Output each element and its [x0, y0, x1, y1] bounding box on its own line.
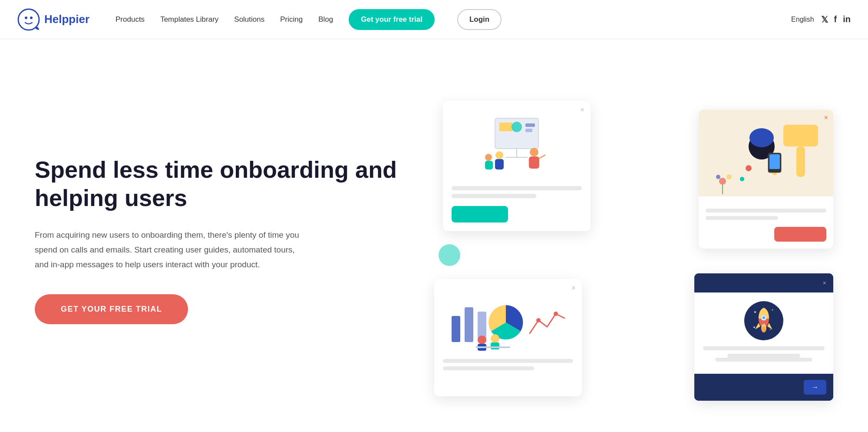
presentation-illustration [478, 114, 556, 175]
nav-blog[interactable]: Blog [318, 15, 333, 24]
card3-close-button[interactable]: × [571, 284, 575, 292]
hero-description: From acquiring new users to onboarding t… [35, 228, 304, 272]
social-icons: 𝕏 f in [821, 14, 851, 25]
card4-arrow-icon: → [812, 383, 818, 391]
svg-point-28 [740, 177, 744, 181]
svg-rect-6 [525, 123, 535, 127]
svg-rect-22 [783, 125, 818, 146]
svg-rect-4 [499, 123, 512, 131]
card1-illustration [452, 110, 582, 179]
card3-line-2 [443, 366, 534, 370]
nav-links: Products Templates Library Solutions Pri… [116, 9, 782, 30]
ui-card-1: × [443, 101, 591, 231]
card4-footer: → [694, 374, 833, 401]
svg-point-5 [512, 122, 522, 132]
card2-content-lines [706, 209, 826, 220]
svg-point-13 [495, 151, 503, 159]
trial-button[interactable]: Get your free trial [349, 9, 435, 30]
hero-title: Spend less time onboarding and helping u… [35, 156, 417, 212]
hero-left: Spend less time onboarding and helping u… [35, 156, 434, 324]
svg-point-10 [530, 148, 538, 156]
card1-line-2 [452, 194, 536, 198]
svg-point-1 [25, 17, 27, 19]
colorful-illustration [705, 112, 827, 194]
logo-icon [17, 8, 40, 31]
card4-close-button[interactable]: × [823, 279, 826, 286]
svg-rect-7 [525, 129, 532, 132]
navbar: Helppier Products Templates Library Solu… [0, 0, 868, 39]
login-button[interactable]: Login [457, 9, 502, 30]
rocket-svg [751, 306, 777, 336]
card2-action-button[interactable] [774, 227, 826, 242]
card3-content-lines [443, 359, 573, 370]
svg-point-36 [554, 312, 558, 316]
card2-illustration [699, 110, 833, 196]
chart-illustration [443, 290, 573, 351]
card4-body [694, 292, 833, 374]
card1-content-lines [452, 186, 582, 198]
card4-header: × [694, 273, 833, 292]
facebook-icon[interactable]: f [834, 14, 837, 24]
ui-card-2: × [699, 110, 833, 249]
card4-line-3 [715, 358, 812, 362]
floating-dot [439, 244, 460, 266]
svg-rect-41 [475, 346, 510, 348]
svg-rect-23 [796, 146, 805, 177]
svg-point-37 [478, 336, 486, 344]
svg-point-35 [536, 318, 541, 322]
svg-rect-40 [491, 342, 499, 349]
svg-point-25 [749, 128, 774, 147]
card1-action-button[interactable] [452, 206, 508, 223]
logo-text: Helppier [44, 13, 89, 26]
card2-close-button[interactable]: × [824, 114, 828, 122]
hero-illustrations: × [434, 75, 834, 405]
card4-next-button[interactable]: → [804, 380, 826, 395]
hero-section: Spend less time onboarding and helping u… [0, 39, 868, 432]
twitter-icon[interactable]: 𝕏 [821, 14, 828, 25]
card1-close-button[interactable]: × [580, 106, 584, 114]
svg-point-48 [762, 316, 765, 319]
svg-rect-11 [529, 156, 539, 169]
svg-point-26 [746, 165, 752, 171]
svg-rect-16 [485, 161, 493, 169]
svg-point-18 [719, 178, 726, 185]
card3-illustration [443, 288, 573, 353]
linkedin-icon[interactable]: in [843, 14, 851, 24]
ui-card-4: × [694, 273, 833, 401]
card4-line-1 [703, 346, 825, 350]
card1-line-1 [452, 186, 582, 190]
svg-point-45 [753, 326, 755, 328]
svg-line-12 [539, 155, 545, 158]
svg-rect-30 [769, 154, 780, 169]
nav-products[interactable]: Products [116, 15, 145, 24]
nav-solutions[interactable]: Solutions [234, 15, 264, 24]
nav-pricing[interactable]: Pricing [280, 15, 303, 24]
svg-point-19 [726, 174, 732, 179]
card4-content-lines [703, 346, 825, 365]
svg-point-2 [30, 17, 33, 19]
svg-point-15 [485, 154, 492, 161]
card4-line-2 [727, 354, 800, 358]
nav-right: English 𝕏 f in [791, 14, 851, 25]
svg-point-42 [754, 311, 756, 313]
svg-point-44 [770, 329, 771, 330]
card2-line-1 [706, 209, 826, 213]
svg-rect-14 [495, 159, 504, 169]
logo[interactable]: Helppier [17, 8, 89, 31]
hero-cta-button[interactable]: GET YOUR FREE TRIAL [35, 294, 188, 324]
language-selector[interactable]: English [791, 16, 814, 23]
svg-point-39 [491, 334, 499, 343]
svg-rect-32 [465, 307, 473, 342]
card3-line-1 [443, 359, 573, 363]
nav-templates[interactable]: Templates Library [160, 15, 218, 24]
card4-rocket-illustration [744, 301, 783, 340]
card2-inner [699, 196, 833, 249]
svg-rect-31 [452, 316, 460, 342]
card2-line-2 [706, 216, 778, 220]
svg-point-43 [772, 309, 773, 311]
ui-card-3: × [434, 279, 582, 396]
svg-point-50 [762, 326, 766, 332]
svg-point-20 [716, 175, 720, 179]
